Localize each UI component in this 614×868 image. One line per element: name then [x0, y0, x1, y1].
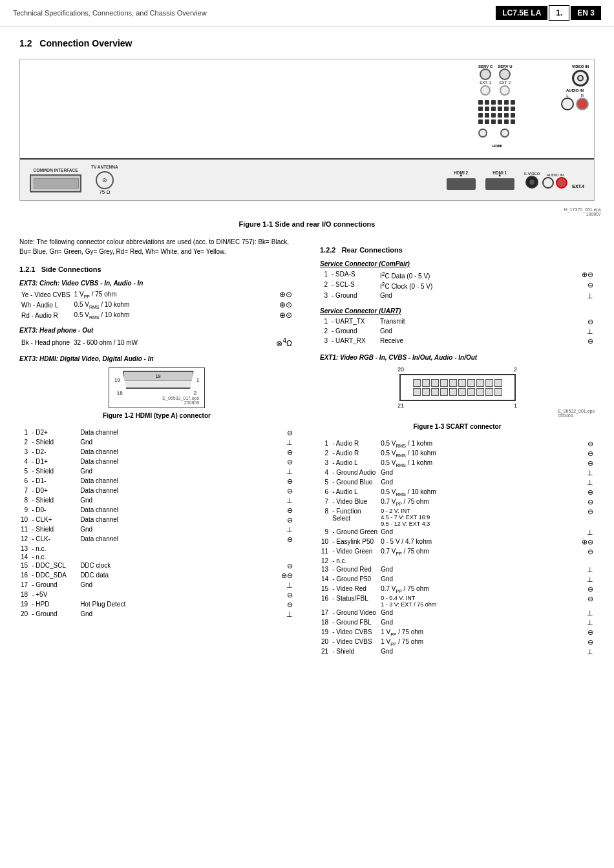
audio-r-port [576, 98, 589, 110]
service-compair-table: 1 - SDA-S I2C Data (0 - 5 V) ⊕⊖ 2 - SCL-… [320, 270, 595, 301]
table-row: 5 - Ground Blue Gnd ⊥ [320, 478, 595, 488]
diagram-inner: VIDEO IN AUDIO IN L R [20, 59, 594, 200]
ci-slot [30, 174, 81, 192]
audio-in-side-label: AUDIO IN [566, 88, 584, 92]
subsection-122-label: Rear Connections [342, 246, 403, 254]
bottom-port-2 [500, 129, 509, 138]
page-num-badge: 1. [549, 5, 569, 21]
ext4-label: EXT.4 [572, 184, 584, 189]
ext1-port [480, 85, 491, 96]
ext2-port [500, 85, 510, 96]
table-row: Ye - Video CVBS 1 VPP / 75 ohm ⊕⊙ [19, 289, 294, 300]
ext3-hdmi-title: EXT3: HDMI: Digital Video, Digital Audio… [19, 355, 294, 362]
bottom-connectors: COMMON INTERFACE TV ANTENNA ⊙ 75 Ω HDMI … [20, 158, 594, 200]
figure3-caption: Figure 1-3 SCART connector [339, 423, 575, 430]
ext3-cinch-title: EXT3: Cinch: Video CVBS - In, Audio - In [19, 280, 294, 287]
table-row: 13 - n.c. [19, 544, 294, 553]
subsection-121-title: 1.2.1 Side Connections [19, 265, 294, 273]
hdmi2-arrow: ▲ [459, 173, 463, 177]
ext1-label: EXT. 1 [480, 81, 491, 85]
hdmi-diagram-inner: 19 18 1 18 2 E_06532_017.ep [109, 367, 205, 408]
ye-color: Ye - Video CVBS [19, 289, 72, 300]
hdmi1-port [485, 178, 514, 190]
audio-out-r [556, 177, 567, 189]
subsection-121-label: Side Connections [41, 265, 101, 273]
table-row: 1 - D2+ Data channel ⊖ [19, 428, 294, 438]
table-row: 2 - SCL-S I2C Clock (0 - 5 V) ⊖ [320, 280, 595, 291]
model-badge: LC7.5E LA [496, 6, 547, 20]
serv-c-port [480, 68, 491, 80]
subsection-121-num: 1.2.1 [19, 265, 35, 273]
table-row: 5 - Shield Gnd ⊥ [19, 467, 294, 477]
table-row: 20 - Video CVBS 1 VPP / 75 ohm ⊖ [320, 637, 595, 647]
main-content: Note: The following connector colour abb… [0, 237, 614, 661]
hdmi-pins-table: 1 - D2+ Data channel ⊖ 2 - Shield Gnd ⊥ … [19, 428, 294, 619]
svideo-port [525, 176, 538, 189]
hdmi1-arrow: ▲ [498, 173, 502, 177]
table-row: 18 - Ground FBL Gnd ⊥ [320, 618, 595, 628]
audio-out-l [542, 177, 554, 189]
table-row: 3 - D2- Data channel ⊖ [19, 448, 294, 457]
ext3-headphone-table: Bk - Head phone 32 - 600 ohm / 10 mW ⊗4Ω [19, 336, 294, 349]
table-row: 11 - Shield Gnd ⊥ [19, 525, 294, 535]
service-compair-title: Service Connector (ComPair) [320, 260, 595, 267]
table-row: 10 - CLK+ Data channel ⊖ [19, 515, 294, 525]
col-right: 1.2.2 Rear Connections Service Connector… [307, 237, 595, 661]
page-header: Technical Specifications, Connections, a… [0, 0, 614, 26]
figure1-eps: H_17370_051.eps 100807 [0, 207, 601, 216]
table-row: 12 - CLK- Data channel ⊖ [19, 535, 294, 544]
table-row: Rd - Audio R 0.5 VRMS / 10 kohm ⊕⊙ [19, 310, 294, 320]
service-uart-table: 1 - UART_TX Transmit ⊖ 2 - Ground Gnd ⊥ … [320, 317, 595, 346]
table-row: 6 - Audio L 0.5 VRMS / 10 kohm ⊖ [320, 488, 595, 497]
table-row: 10 - Easylink P50 0 - 5 V / 4.7 kohm ⊕⊖ [320, 537, 595, 547]
table-row: 11 - Video Green 0.7 VPP / 75 ohm ⊖ [320, 547, 595, 557]
table-row: 8 - Function Select 0 - 2 V: INT4.5 - 7 … [320, 507, 595, 528]
table-row: 3 - UART_RX Receive ⊖ [320, 336, 595, 346]
tv-antenna-label: TV ANTENNA [91, 165, 118, 169]
table-row: 13 - Ground Red Gnd ⊥ [320, 565, 595, 575]
note-text: Note: The following connector colour abb… [19, 237, 294, 256]
ext3-cinch-table: Ye - Video CVBS 1 VPP / 75 ohm ⊕⊙ Wh - A… [19, 289, 294, 320]
table-row: 15 - DDC_SCL DDC clock ⊖ [19, 561, 294, 571]
video-in-label: VIDEO IN [572, 65, 589, 68]
table-row: 2 - Ground Gnd ⊥ [320, 327, 595, 336]
table-row: 1 - UART_TX Transmit ⊖ [320, 317, 595, 327]
section-num: 1.2 [19, 38, 32, 48]
table-row: 7 - D0+ Data channel ⊖ [19, 486, 294, 496]
table-row: 2 - Shield Gnd ⊥ [19, 438, 294, 448]
section-title: Connection Overview [39, 38, 132, 48]
table-row: 17 - Ground Gnd ⊥ [19, 581, 294, 590]
table-row: 8 - Shield Gnd ⊥ [19, 496, 294, 506]
table-row: 4 - Ground Audio Gnd ⊥ [320, 468, 595, 478]
lang-badge: EN 3 [571, 6, 601, 20]
table-row: 19 - HPD Hot Plug Detect ⊖ [19, 600, 294, 610]
table-row: 21 - Shield Gnd ⊥ [320, 647, 595, 657]
serv-ports-block: SERV C EXT. 1 SERV U EXT. 2 [478, 65, 516, 149]
service-uart-title: Service Connector (UART) [320, 307, 595, 315]
table-row: 18 - +5V ⊖ [19, 590, 294, 600]
figure2-caption: Figure 1-2 HDMI (type A) connector [39, 412, 275, 419]
pin-grid [478, 100, 516, 125]
table-row: Wh - Audio L 0.5 VRMS / 10 kohm ⊕⊙ [19, 300, 294, 310]
bottom-port-1 [478, 129, 487, 138]
table-row: 1 - Audio R 0.5 VRMS / 1 kohm ⊖ [320, 439, 595, 449]
subsection-122-num: 1.2.2 [320, 246, 335, 254]
table-row: 4 - D1+ Data channel ⊖ [19, 457, 294, 467]
serv-u-port [499, 68, 511, 80]
audio-l-port [561, 98, 574, 110]
ohm-label: 75 Ω [99, 189, 110, 195]
hdmi-diagram: 19 18 1 18 2 E_06532_017.ep [19, 367, 294, 408]
common-interface-label: COMMON INTERFACE [34, 168, 78, 172]
table-row: 20 - Ground Gnd ⊥ [19, 610, 294, 619]
table-row: 6 - D1- Data channel ⊖ [19, 477, 294, 486]
table-row: 15 - Video Red 0.7 VPP / 75 ohm ⊖ [320, 584, 595, 594]
scart-pins-table: 1 - Audio R 0.5 VRMS / 1 kohm ⊖ 2 - Audi… [320, 439, 595, 657]
header-badges: LC7.5E LA 1. EN 3 [496, 5, 601, 21]
table-row: 3 - Audio L 0.5 VRMS / 1 kohm ⊖ [320, 459, 595, 468]
table-row: 16 - Status/FBL 0 - 0.4 V: INT1 - 3 V: E… [320, 594, 595, 608]
table-row: 19 - Video CVBS 1 VPP / 75 ohm ⊖ [320, 628, 595, 637]
table-row: 12 - n.c. [320, 557, 595, 565]
figure1-caption: Figure 1-1 Side and rear I/O connections [19, 220, 595, 228]
subsection-122-title: 1.2.2 Rear Connections [320, 246, 595, 254]
header-title: Technical Specifications, Connections, a… [13, 9, 207, 17]
